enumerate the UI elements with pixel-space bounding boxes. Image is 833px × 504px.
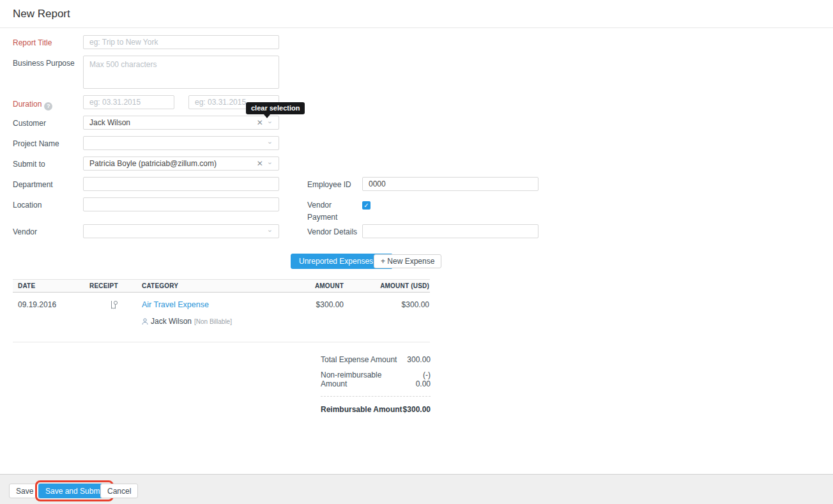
tooltip-arrow [264,114,270,118]
submit-to-label: Submit to [13,160,45,169]
report-title-label: Report Title [13,38,52,48]
vendor-details-label: Vendor Details [307,227,357,237]
column-amount: AMOUNT [280,282,344,289]
reimbursable-label: Reimbursable Amount [321,405,402,414]
employee-id-label: Employee ID [307,180,351,190]
non-reimbursable-value: (-) 0.00 [407,370,431,388]
vendor-select[interactable]: ⌄ [83,224,279,238]
table-bottom-divider [13,342,430,342]
customer-value: Jack Wilson [89,118,257,127]
chevron-down-icon[interactable]: ⌄ [267,118,273,123]
cancel-button[interactable]: Cancel [100,484,138,498]
receipt-icon[interactable] [89,300,135,326]
report-title-input[interactable] [83,35,279,49]
vendor-label: Vendor [13,227,37,237]
column-receipt: RECEIPT [89,282,135,289]
new-report-page: New Report Report Title Business Purpose… [0,0,833,504]
page-title: New Report [13,8,70,20]
expense-category-link[interactable]: Air Travel Expense [142,300,280,309]
duration-label: Duration [13,100,42,109]
expense-customer: Jack Wilson [151,317,192,326]
submit-to-select[interactable]: Patricia Boyle (patriciab@zillum.com) ✕ … [83,157,279,171]
column-date: DATE [13,282,89,289]
header-divider [0,27,833,28]
save-button[interactable]: Save [9,484,40,498]
business-purpose-label: Business Purpose [13,59,75,68]
project-name-select[interactable]: ⌄ [83,136,279,150]
department-label: Department [13,180,53,190]
new-expense-button[interactable]: + New Expense [374,254,441,268]
business-purpose-input[interactable] [83,56,279,89]
clear-submit-to-icon[interactable]: ✕ [257,159,263,168]
tooltip-text: clear selection [246,102,305,114]
person-icon [142,318,148,325]
vendor-payment-checkbox[interactable]: ✓ [362,201,371,210]
vendor-payment-label: Vendor Payment [307,201,352,222]
clear-selection-tooltip: clear selection [246,102,305,118]
submit-to-value: Patricia Boyle (patriciab@zillum.com) [89,159,257,168]
totals-divider [321,396,431,397]
expense-table-row[interactable]: 09.19.2016 Air Travel Expense Jack Wilso… [13,293,430,326]
location-label: Location [13,201,42,210]
chevron-down-icon[interactable]: ⌄ [267,139,273,144]
project-name-label: Project Name [13,139,59,149]
department-input[interactable] [83,177,279,191]
employee-id-input[interactable] [362,177,539,191]
customer-label: Customer [13,119,46,128]
duration-start-input[interactable] [83,95,174,109]
help-icon[interactable]: ? [44,102,52,111]
column-category: CATEGORY [135,282,280,289]
billable-tag: [Non Billable] [194,318,232,325]
vendor-details-input[interactable] [362,224,539,238]
expense-date: 09.19.2016 [13,300,89,326]
chevron-down-icon[interactable]: ⌄ [267,227,273,232]
chevron-down-icon[interactable]: ⌄ [267,159,273,164]
clear-customer-icon[interactable]: ✕ [257,118,263,127]
total-expense-value: 300.00 [407,355,431,364]
total-expense-label: Total Expense Amount [321,355,397,364]
column-amount-usd: AMOUNT (USD) [344,282,430,289]
expense-amount: $300.00 [280,300,344,326]
non-reimbursable-label: Non-reimbursable Amount [321,370,407,388]
reimbursable-value: $300.00 [403,405,431,414]
totals-summary: Total Expense Amount 300.00 Non-reimburs… [321,355,431,414]
location-input[interactable] [83,197,279,211]
expense-table-header: DATE RECEIPT CATEGORY AMOUNT AMOUNT (USD… [13,279,430,293]
expense-amount-usd: $300.00 [344,300,430,326]
